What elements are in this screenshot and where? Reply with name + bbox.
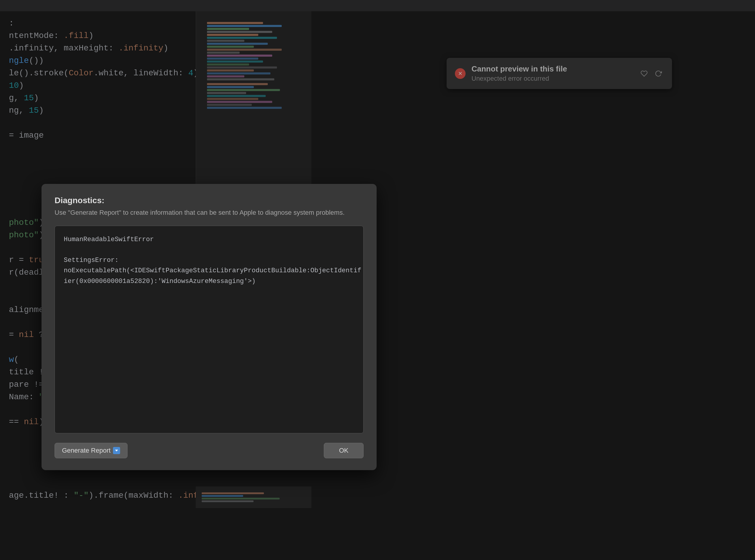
diagnostics-content: HumanReadableSwiftError SettingsError: n… (64, 234, 354, 286)
generate-report-label: Generate Report (62, 447, 110, 454)
generate-report-button[interactable]: Generate Report (55, 443, 127, 458)
ok-button[interactable]: OK (324, 443, 364, 458)
dialog-description: Use "Generate Report" to create informat… (55, 208, 364, 217)
ok-label: OK (339, 447, 348, 454)
diagnostics-dialog: Diagnostics: Use "Generate Report" to cr… (42, 184, 376, 470)
dropdown-arrow-icon (113, 447, 120, 454)
dialog-title: Diagnostics: (55, 196, 364, 205)
dialog-content-box: HumanReadableSwiftError SettingsError: n… (55, 226, 364, 433)
dialog-footer: Generate Report OK (55, 443, 364, 458)
